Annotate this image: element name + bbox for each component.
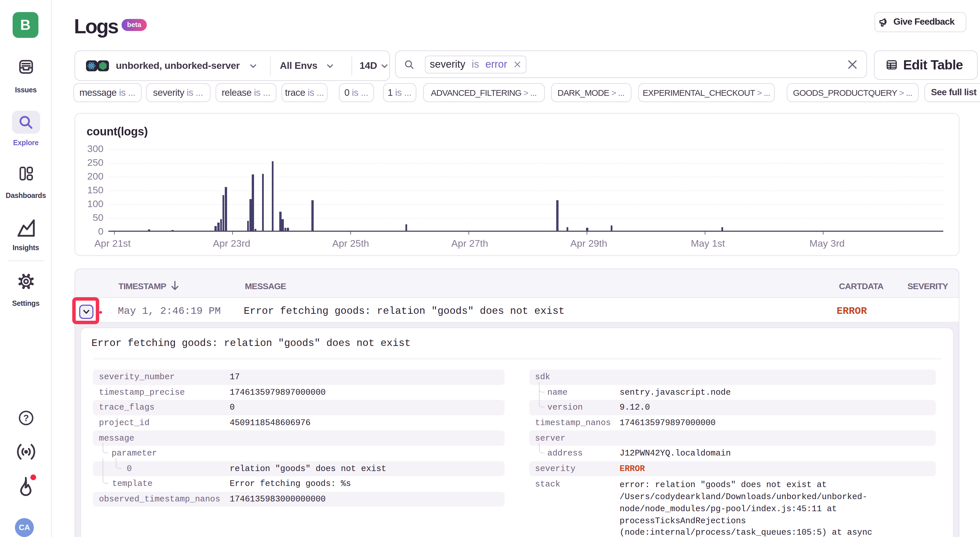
svg-text:?: ? xyxy=(23,413,29,423)
